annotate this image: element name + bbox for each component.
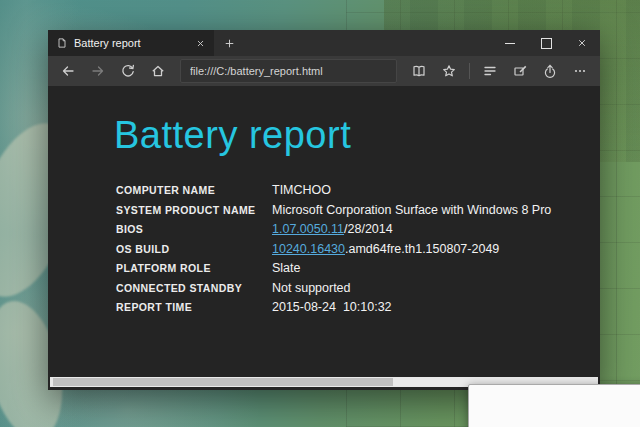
- scrollbar-thumb[interactable]: [53, 378, 393, 386]
- favorites-star-icon: [441, 63, 457, 79]
- table-row: COMPUTER NAME TIMCHOO: [116, 184, 600, 198]
- field-value: Not supported: [272, 282, 351, 296]
- field-label: PLATFORM ROLE: [116, 262, 272, 276]
- toolbar-separator: [469, 63, 470, 79]
- edge-browser-window: Battery report: [48, 30, 600, 390]
- field-label: COMPUTER NAME: [116, 184, 272, 198]
- page-content: Battery report COMPUTER NAME TIMCHOO SYS…: [48, 86, 600, 390]
- os-build-text: .amd64fre.th1.150807-2049: [345, 242, 499, 256]
- field-label: CONNECTED STANDBY: [116, 282, 272, 296]
- new-tab-button[interactable]: [214, 30, 244, 56]
- bios-date-text: /28/2014: [344, 222, 393, 236]
- os-build-link[interactable]: 10240.16430: [272, 242, 345, 256]
- tab-battery-report[interactable]: Battery report: [48, 30, 214, 56]
- forward-button[interactable]: [84, 58, 112, 84]
- field-label: REPORT TIME: [116, 301, 272, 315]
- table-row: PLATFORM ROLE Slate: [116, 262, 600, 276]
- back-icon: [60, 63, 76, 79]
- tab-title: Battery report: [74, 37, 186, 49]
- close-icon: [577, 38, 587, 48]
- page-document-icon: [56, 36, 68, 50]
- home-icon: [150, 63, 166, 79]
- back-button[interactable]: [54, 58, 82, 84]
- minimize-button[interactable]: [492, 30, 528, 56]
- address-bar[interactable]: file:///C:/battery_report.html: [180, 59, 397, 83]
- field-value: Slate: [272, 262, 301, 276]
- field-label: SYSTEM PRODUCT NAME: [116, 204, 272, 218]
- field-label: BIOS: [116, 223, 272, 237]
- page-title: Battery report: [114, 114, 600, 157]
- close-button[interactable]: [564, 30, 600, 56]
- titlebar-drag-area[interactable]: [244, 30, 492, 56]
- hub-icon: [482, 63, 498, 79]
- hub-button[interactable]: [476, 58, 504, 84]
- table-row: SYSTEM PRODUCT NAME Microsoft Corporatio…: [116, 204, 600, 218]
- popup-window-corner: [468, 384, 640, 427]
- refresh-button[interactable]: [114, 58, 142, 84]
- field-label: OS BUILD: [116, 243, 272, 257]
- navigation-toolbar: file:///C:/battery_report.html: [48, 56, 600, 86]
- tab-bar: Battery report: [48, 30, 600, 56]
- maximize-button[interactable]: [528, 30, 564, 56]
- table-row: CONNECTED STANDBY Not supported: [116, 282, 600, 296]
- maximize-icon: [541, 38, 552, 49]
- reading-view-book-icon: [411, 63, 427, 79]
- tab-close-icon[interactable]: [192, 35, 208, 51]
- ellipsis-icon: [572, 63, 588, 79]
- home-button[interactable]: [144, 58, 172, 84]
- minimize-icon: [505, 43, 515, 44]
- refresh-icon: [120, 63, 136, 79]
- report-info-table: COMPUTER NAME TIMCHOO SYSTEM PRODUCT NAM…: [116, 184, 600, 315]
- web-note-icon: [512, 63, 528, 79]
- field-value: 10240.16430.amd64fre.th1.150807-2049: [272, 243, 499, 257]
- field-value: 2015-08-24 10:10:32: [272, 301, 392, 315]
- share-icon: [542, 63, 558, 79]
- field-value: Microsoft Corporation Surface with Windo…: [272, 204, 551, 218]
- favorites-button[interactable]: [435, 58, 463, 84]
- forward-icon: [90, 63, 106, 79]
- field-value: 1.07.0050.11/28/2014: [272, 223, 393, 237]
- bios-version-link[interactable]: 1.07.0050.11: [272, 222, 344, 236]
- reading-view-button[interactable]: [405, 58, 433, 84]
- table-row: OS BUILD 10240.16430.amd64fre.th1.150807…: [116, 243, 600, 257]
- more-button[interactable]: [566, 58, 594, 84]
- table-row: BIOS 1.07.0050.11/28/2014: [116, 223, 600, 237]
- address-url: file:///C:/battery_report.html: [190, 65, 323, 77]
- share-button[interactable]: [536, 58, 564, 84]
- web-note-button[interactable]: [506, 58, 534, 84]
- table-row: REPORT TIME 2015-08-24 10:10:32: [116, 301, 600, 315]
- field-value: TIMCHOO: [272, 184, 331, 198]
